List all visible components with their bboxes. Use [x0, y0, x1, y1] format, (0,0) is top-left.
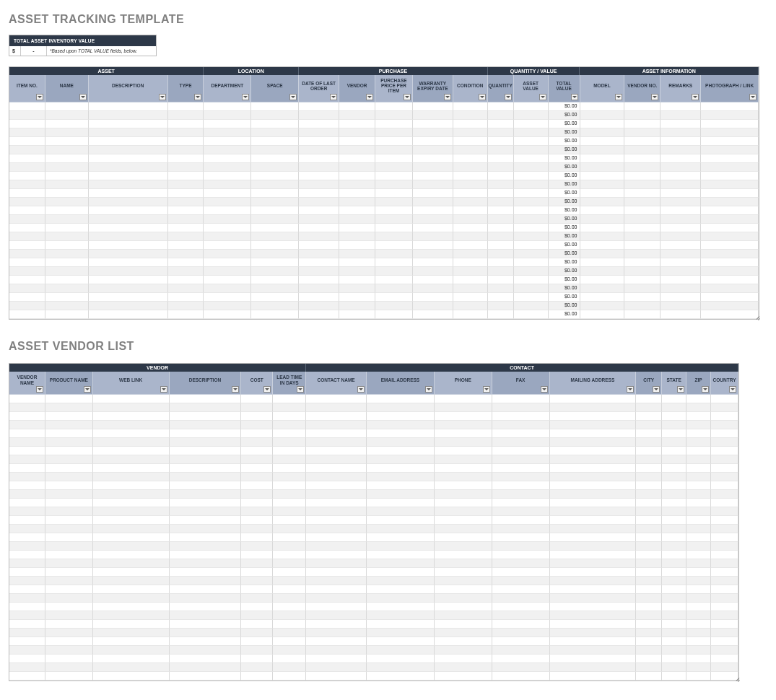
table-cell[interactable] — [9, 525, 45, 533]
table-cell[interactable] — [435, 542, 492, 551]
table-cell[interactable] — [413, 111, 453, 120]
table-cell[interactable]: $0.00 — [549, 267, 580, 276]
table-cell[interactable] — [701, 241, 759, 250]
table-cell[interactable] — [580, 224, 625, 232]
table-cell[interactable] — [241, 603, 273, 611]
table-cell[interactable] — [550, 568, 637, 577]
filter-dropdown-icon[interactable] — [232, 386, 239, 393]
column-header[interactable]: TYPE — [168, 75, 204, 102]
table-cell[interactable] — [550, 646, 637, 655]
table-cell[interactable] — [204, 276, 251, 284]
table-cell[interactable] — [375, 128, 413, 137]
table-cell[interactable] — [9, 507, 45, 516]
table-cell[interactable] — [711, 490, 738, 499]
table-cell[interactable] — [273, 516, 306, 525]
table-cell[interactable] — [662, 559, 686, 568]
table-cell[interactable] — [306, 516, 367, 525]
table-cell[interactable] — [711, 603, 738, 611]
table-cell[interactable] — [9, 395, 45, 403]
table-cell[interactable] — [686, 655, 711, 663]
table-cell[interactable] — [492, 516, 550, 525]
table-cell[interactable] — [492, 403, 550, 412]
table-cell[interactable] — [251, 102, 299, 111]
table-cell[interactable] — [711, 637, 738, 646]
table-cell[interactable] — [93, 481, 170, 490]
table-cell[interactable] — [413, 198, 453, 206]
table-cell[interactable] — [636, 533, 662, 542]
table-cell[interactable] — [170, 629, 242, 637]
table-cell[interactable] — [550, 637, 637, 646]
table-cell[interactable] — [93, 594, 170, 603]
table-cell[interactable] — [9, 293, 45, 302]
table-cell[interactable] — [306, 646, 367, 655]
table-cell[interactable] — [662, 403, 686, 412]
table-cell[interactable] — [375, 180, 413, 189]
table-cell[interactable] — [701, 154, 759, 163]
table-cell[interactable] — [492, 577, 550, 585]
table-cell[interactable] — [241, 421, 273, 429]
column-header[interactable]: CITY — [636, 372, 662, 394]
table-cell[interactable]: $0.00 — [549, 284, 580, 293]
table-cell[interactable] — [550, 412, 637, 421]
table-cell[interactable] — [306, 568, 367, 577]
table-cell[interactable] — [339, 128, 375, 137]
table-cell[interactable] — [367, 403, 435, 412]
table-cell[interactable] — [624, 206, 661, 215]
table-cell[interactable] — [170, 594, 242, 603]
table-cell[interactable] — [624, 154, 661, 163]
table-cell[interactable] — [492, 603, 550, 611]
table-cell[interactable] — [686, 499, 711, 507]
table-cell[interactable] — [492, 438, 550, 447]
table-cell[interactable] — [45, 395, 93, 403]
table-cell[interactable] — [662, 455, 686, 464]
table-cell[interactable] — [45, 577, 93, 585]
filter-dropdown-icon[interactable] — [749, 94, 757, 100]
table-cell[interactable] — [413, 310, 453, 319]
table-cell[interactable] — [299, 215, 339, 224]
table-cell[interactable] — [299, 111, 339, 120]
table-cell[interactable] — [492, 663, 550, 672]
table-cell[interactable] — [662, 473, 686, 481]
table-cell[interactable] — [686, 473, 711, 481]
table-cell[interactable] — [550, 516, 637, 525]
table-cell[interactable] — [435, 551, 492, 559]
table-cell[interactable] — [624, 250, 661, 258]
table-cell[interactable] — [661, 111, 701, 120]
table-cell[interactable] — [45, 206, 89, 215]
table-cell[interactable] — [636, 672, 662, 681]
table-cell[interactable] — [413, 180, 453, 189]
table-cell[interactable] — [662, 603, 686, 611]
table-cell[interactable] — [701, 284, 759, 293]
table-cell[interactable] — [550, 507, 637, 516]
table-cell[interactable] — [636, 412, 662, 421]
table-cell[interactable] — [204, 250, 251, 258]
table-cell[interactable] — [45, 655, 93, 663]
column-header[interactable]: FAX — [492, 372, 550, 394]
table-cell[interactable] — [453, 172, 488, 180]
table-cell[interactable] — [241, 611, 273, 620]
table-cell[interactable] — [413, 232, 453, 241]
table-cell[interactable] — [662, 507, 686, 516]
table-cell[interactable] — [45, 403, 93, 412]
table-cell[interactable] — [453, 293, 488, 302]
table-cell[interactable]: $0.00 — [549, 189, 580, 198]
table-cell[interactable] — [306, 637, 367, 646]
table-cell[interactable] — [711, 655, 738, 663]
table-cell[interactable] — [636, 663, 662, 672]
table-cell[interactable] — [45, 267, 89, 276]
table-cell[interactable] — [701, 180, 759, 189]
table-cell[interactable] — [492, 559, 550, 568]
table-cell[interactable] — [45, 481, 93, 490]
table-cell[interactable] — [93, 585, 170, 594]
table-cell[interactable] — [435, 403, 492, 412]
table-cell[interactable] — [367, 507, 435, 516]
table-cell[interactable] — [9, 146, 45, 154]
table-cell[interactable] — [45, 250, 89, 258]
table-cell[interactable] — [251, 128, 299, 137]
table-cell[interactable] — [170, 455, 242, 464]
table-cell[interactable] — [661, 120, 701, 128]
table-cell[interactable] — [624, 163, 661, 172]
table-cell[interactable] — [435, 611, 492, 620]
table-cell[interactable] — [550, 525, 637, 533]
table-cell[interactable] — [550, 611, 637, 620]
